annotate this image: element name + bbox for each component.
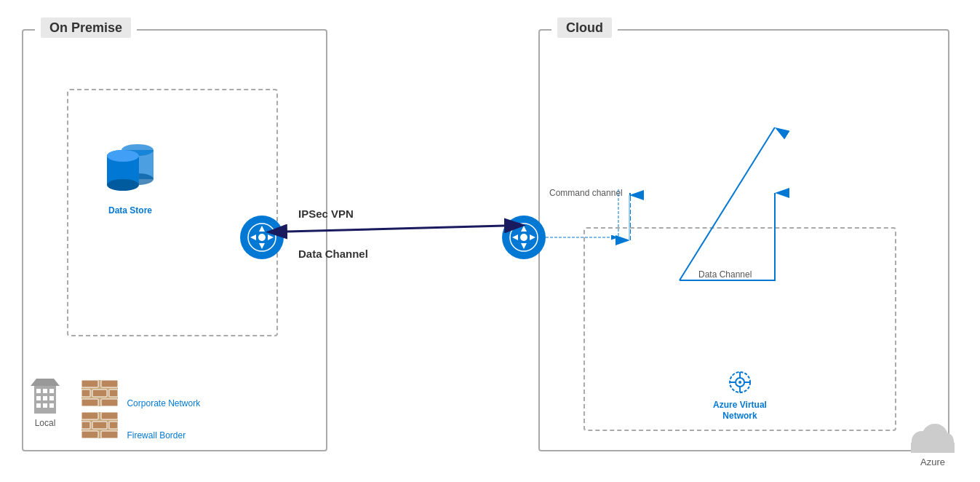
vpn-left-icon <box>247 223 276 252</box>
svg-rect-13 <box>81 399 98 406</box>
svg-rect-29 <box>49 396 54 400</box>
firewall-area: Corporate Network Firewall Border <box>81 380 200 441</box>
data-channel-label-vpn: Data Channel <box>298 248 368 260</box>
diagram-container: On Premise Data Store <box>0 0 980 482</box>
svg-rect-24 <box>36 389 41 393</box>
vpn-right-icon <box>509 223 538 252</box>
azure-vnet-area: Azure VirtualNetwork <box>713 368 767 422</box>
svg-rect-21 <box>81 431 98 438</box>
svg-point-85 <box>258 234 266 241</box>
svg-point-55 <box>738 381 741 384</box>
svg-marker-33 <box>31 379 60 386</box>
svg-rect-9 <box>101 380 118 387</box>
svg-rect-96 <box>911 443 955 453</box>
svg-point-91 <box>520 234 527 241</box>
building-area: Local <box>31 379 60 428</box>
vpn-node-right <box>502 216 546 259</box>
cloud-box: Cloud Data Factory <box>538 29 949 451</box>
data-store-area: Data Store <box>97 134 163 216</box>
svg-rect-30 <box>36 403 41 408</box>
azure-cloud-area: Azure <box>907 421 958 467</box>
svg-rect-27 <box>36 396 41 400</box>
cloud-title: Cloud <box>551 20 618 36</box>
svg-rect-22 <box>101 431 118 438</box>
svg-rect-12 <box>109 390 118 397</box>
azure-cloud-icon <box>907 421 958 454</box>
svg-rect-11 <box>92 390 107 397</box>
cloud-inner-box: Azure VirtualNetwork <box>583 227 896 431</box>
firewall-border-icon <box>81 412 118 438</box>
azure-vnet-label: Azure VirtualNetwork <box>713 400 767 422</box>
svg-rect-25 <box>43 389 47 393</box>
data-store-icon <box>97 134 163 199</box>
ipsec-vpn-label: IPSec VPN <box>298 208 354 220</box>
command-channel-label: Command channel <box>549 188 623 198</box>
svg-rect-28 <box>43 396 47 400</box>
on-premise-title: On Premise <box>35 20 137 36</box>
svg-point-5 <box>107 179 139 191</box>
vpn-node-left <box>240 216 284 259</box>
svg-rect-19 <box>92 422 107 429</box>
svg-rect-16 <box>81 412 98 419</box>
svg-rect-18 <box>81 422 90 429</box>
svg-rect-26 <box>49 389 54 393</box>
azure-label: Azure <box>907 457 958 467</box>
svg-rect-17 <box>101 412 118 419</box>
svg-rect-31 <box>43 403 47 408</box>
azure-vnet-icon <box>722 368 758 397</box>
svg-rect-14 <box>101 399 118 406</box>
svg-point-6 <box>107 150 139 162</box>
svg-rect-20 <box>109 422 118 429</box>
data-channel-cloud-label: Data Channel <box>698 269 752 280</box>
firewall-icon <box>81 380 118 406</box>
svg-rect-10 <box>81 390 90 397</box>
svg-rect-8 <box>81 380 98 387</box>
building-icon <box>31 379 60 415</box>
svg-rect-32 <box>49 403 54 408</box>
on-premise-inner-box: Data Store <box>67 89 278 336</box>
